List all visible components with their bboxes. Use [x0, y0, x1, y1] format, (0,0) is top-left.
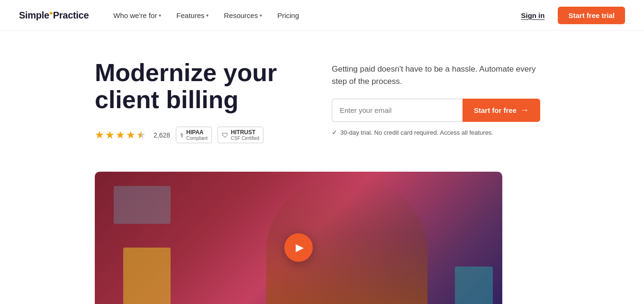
- chevron-down-icon: ▾: [260, 13, 262, 18]
- nav-links: Who we're for ▾ Features ▾ Resources ▾ P…: [108, 8, 515, 23]
- star-3: ★: [116, 129, 125, 141]
- arrow-right-icon: →: [520, 105, 529, 115]
- hero-right: Getting paid doesn't have to be a hassle…: [332, 59, 540, 143]
- hipaa-icon: ⚕: [180, 131, 184, 139]
- hipaa-badge: ⚕ HIPAA Compliant: [176, 127, 212, 143]
- trial-note: ✓ 30-day trial. No credit card required.…: [332, 129, 540, 136]
- play-icon: ▶: [296, 241, 304, 254]
- rating-count: 2,628: [154, 131, 170, 139]
- hitrust-text: HITRUST CSF Certified: [231, 129, 259, 141]
- hero-section: Modernize your client billing ★ ★ ★ ★ ★ …: [0, 31, 644, 162]
- hero-title: Modernize your client billing: [95, 59, 294, 113]
- video-container[interactable]: ▶: [95, 172, 502, 304]
- star-half: ★: [136, 129, 146, 141]
- nav-item-pricing[interactable]: Pricing: [272, 8, 305, 23]
- navbar: SimplePractice Who we're for ▾ Features …: [0, 0, 644, 31]
- nav-right: Sign in Start free trial: [515, 7, 625, 24]
- star-rating: ★ ★ ★ ★ ★: [95, 129, 146, 141]
- trial-note-text: 30-day trial. No credit card required. A…: [340, 129, 493, 136]
- chevron-down-icon: ▾: [206, 13, 209, 18]
- submit-button[interactable]: Start for free →: [463, 99, 540, 122]
- email-form: Start for free →: [332, 99, 540, 122]
- sign-in-button[interactable]: Sign in: [515, 8, 550, 23]
- logo[interactable]: SimplePractice: [19, 10, 89, 21]
- hipaa-text: HIPAA Compliant: [186, 129, 208, 141]
- rating-row: ★ ★ ★ ★ ★ 2,628 ⚕ HIPAA Compliant 🛡 HITR…: [95, 127, 294, 143]
- check-icon: ✓: [332, 129, 337, 136]
- chevron-down-icon: ▾: [159, 13, 161, 18]
- nav-item-features[interactable]: Features ▾: [171, 8, 214, 23]
- submit-label: Start for free: [474, 106, 517, 114]
- hero-subtitle: Getting paid doesn't have to be a hassle…: [332, 63, 540, 87]
- play-button[interactable]: ▶: [284, 233, 313, 262]
- hero-left: Modernize your client billing ★ ★ ★ ★ ★ …: [95, 59, 294, 143]
- star-2: ★: [105, 129, 115, 141]
- video-overlay: ▶: [95, 172, 502, 304]
- email-input[interactable]: [332, 99, 463, 122]
- logo-text: SimplePractice: [19, 10, 89, 21]
- star-4: ★: [126, 129, 136, 141]
- hitrust-badge: 🛡 HITRUST CSF Certified: [218, 127, 263, 143]
- video-section: ▶: [0, 172, 644, 304]
- nav-item-who[interactable]: Who we're for ▾: [108, 8, 167, 23]
- start-free-trial-button[interactable]: Start free trial: [558, 7, 625, 24]
- star-1: ★: [95, 129, 104, 141]
- nav-item-resources[interactable]: Resources ▾: [218, 8, 268, 23]
- hitrust-icon: 🛡: [222, 131, 228, 139]
- logo-dot: [50, 12, 53, 15]
